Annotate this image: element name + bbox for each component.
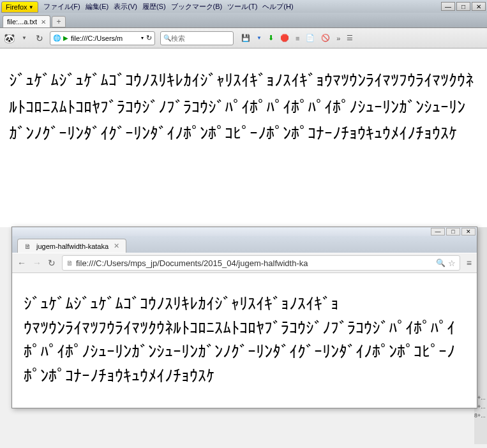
- menu-tools[interactable]: ツール(T): [227, 2, 257, 11]
- menu-icon[interactable]: ☰: [347, 34, 353, 42]
- chrome-nav: ← → ↻: [17, 258, 56, 268]
- firefox-search-bar[interactable]: 🔍: [160, 31, 234, 45]
- firefox-window: Firefox ▼ ファイル(F) 編集(E) 表示(V) 履歴(S) ブックマ…: [0, 0, 487, 227]
- reload-inner-icon[interactable]: ↻: [146, 34, 152, 42]
- dropdown-arrow-icon[interactable]: ▾: [141, 35, 144, 41]
- firefox-app-label: Firefox: [6, 3, 27, 11]
- pdf-icon[interactable]: 📄: [306, 34, 315, 42]
- chrome-address-bar[interactable]: 🗎 🔍 ☆: [62, 255, 460, 271]
- chrome-window-controls: — □ ✕: [431, 228, 476, 235]
- download-icon[interactable]: ⬇: [268, 34, 274, 42]
- chrome-content: ｼﾞｭｹﾞﾑｼﾞｭｹﾞﾑｺﾞｺｳﾉｽﾘｷﾚｶｲｼﾞｬﾘｽｲｷﾞｮﾉｽｲｷﾞｮ ｳ…: [12, 273, 477, 408]
- tab-title: file:...a.txt: [7, 18, 37, 26]
- search-icon: 🔍: [163, 34, 171, 41]
- search-input[interactable]: [171, 34, 230, 42]
- firefox-app-button[interactable]: Firefox ▼: [1, 1, 38, 13]
- menu-file[interactable]: ファイル(F): [43, 2, 80, 11]
- save-icon[interactable]: 💾: [241, 34, 250, 42]
- close-button[interactable]: ✕: [472, 2, 486, 11]
- firefox-tab[interactable]: file:...a.txt ✕: [3, 15, 50, 27]
- chrome-tab[interactable]: 🗎 jugem-halfwidth-kataka ✕: [17, 239, 126, 253]
- maximize-button[interactable]: □: [446, 228, 460, 235]
- firefox-toolbar: 🐼 ▼ ↻ 🌐 ▶ ▾ ↻ 🔍 💾 ▼ ⬇ 🛑 ≡ 📄 🚫 » ☰: [0, 28, 487, 49]
- bookmark-star-icon[interactable]: ☆: [448, 258, 456, 268]
- chrome-menu-icon[interactable]: ≡: [467, 258, 472, 268]
- firefox-page-text: ｼﾞｭｹﾞﾑｼﾞｭｹﾞﾑｺﾞｺｳﾉｽﾘｷﾚｶｲｼﾞｬﾘｽｲｷﾞｮﾉｽｲｷﾞｮｳﾏ…: [9, 68, 478, 147]
- reload-icon[interactable]: ↻: [48, 258, 56, 268]
- firefox-tabbar: file:...a.txt ✕ +: [0, 13, 487, 28]
- firefox-toolbar-icons: 💾 ▼ ⬇ 🛑 ≡ 📄 🚫 » ☰: [241, 34, 353, 42]
- globe-icon: 🌐: [53, 34, 61, 41]
- list-icon[interactable]: ≡: [296, 34, 299, 42]
- overflow-icon[interactable]: »: [336, 34, 340, 42]
- search-icon[interactable]: 🔍: [436, 258, 446, 267]
- menu-bookmarks[interactable]: ブックマーク(B): [171, 2, 223, 11]
- chrome-titlebar: — □ ✕: [12, 227, 477, 236]
- panda-icon[interactable]: 🐼: [4, 33, 14, 43]
- bg-hint-3: 8+...: [474, 411, 487, 420]
- new-tab-button[interactable]: +: [52, 16, 66, 27]
- minimize-button[interactable]: —: [441, 2, 455, 11]
- firefox-address-bar[interactable]: 🌐 ▶ ▾ ↻: [50, 31, 155, 45]
- menu-edit[interactable]: 編集(E): [86, 2, 109, 11]
- firefox-titlebar: Firefox ▼ ファイル(F) 編集(E) 表示(V) 履歴(S) ブックマ…: [0, 0, 487, 13]
- dropdown-arrow-icon: ▼: [29, 4, 34, 10]
- firefox-content: ｼﾞｭｹﾞﾑｼﾞｭｹﾞﾑｺﾞｺｳﾉｽﾘｷﾚｶｲｼﾞｬﾘｽｲｷﾞｮﾉｽｲｷﾞｮｳﾏ…: [0, 49, 487, 227]
- noscript-icon[interactable]: 🚫: [321, 34, 330, 42]
- firefox-menubar: ファイル(F) 編集(E) 表示(V) 履歴(S) ブックマーク(B) ツール(…: [43, 2, 294, 11]
- file-icon: 🗎: [66, 259, 73, 267]
- minimize-button[interactable]: —: [431, 228, 445, 235]
- maximize-button[interactable]: □: [456, 2, 470, 11]
- adblock-icon[interactable]: 🛑: [280, 34, 289, 42]
- close-button[interactable]: ✕: [461, 228, 476, 235]
- menu-help[interactable]: ヘルプ(H): [262, 2, 293, 11]
- tab-title: jugem-halfwidth-kataka: [36, 243, 109, 250]
- address-input[interactable]: [76, 258, 433, 268]
- back-icon[interactable]: ←: [17, 258, 26, 268]
- forward-icon[interactable]: →: [33, 258, 41, 268]
- arrow-icon: ▶: [63, 34, 68, 41]
- chrome-window: — □ ✕ 🗎 jugem-halfwidth-kataka ✕ ← → ↻ 🗎…: [11, 227, 477, 408]
- address-input[interactable]: [71, 34, 139, 42]
- chrome-tabbar: 🗎 jugem-halfwidth-kataka ✕: [12, 236, 477, 253]
- menu-view[interactable]: 表示(V): [114, 2, 137, 11]
- chrome-toolbar: ← → ↻ 🗎 🔍 ☆ ≡: [12, 253, 477, 273]
- chrome-page-text: ｼﾞｭｹﾞﾑｼﾞｭｹﾞﾑｺﾞｺｳﾉｽﾘｷﾚｶｲｼﾞｬﾘｽｲｷﾞｮﾉｽｲｷﾞｮ ｳ…: [24, 292, 465, 389]
- menu-history[interactable]: 履歴(S): [142, 2, 166, 11]
- firefox-window-controls: — □ ✕: [441, 2, 486, 11]
- tab-close-icon[interactable]: ✕: [41, 19, 46, 26]
- dropdown-small-icon[interactable]: ▼: [257, 35, 262, 41]
- tab-close-icon[interactable]: ✕: [114, 242, 119, 250]
- dropdown-icon[interactable]: ▼: [19, 33, 29, 43]
- document-icon: 🗎: [24, 243, 31, 250]
- reload-icon[interactable]: ↻: [34, 33, 45, 43]
